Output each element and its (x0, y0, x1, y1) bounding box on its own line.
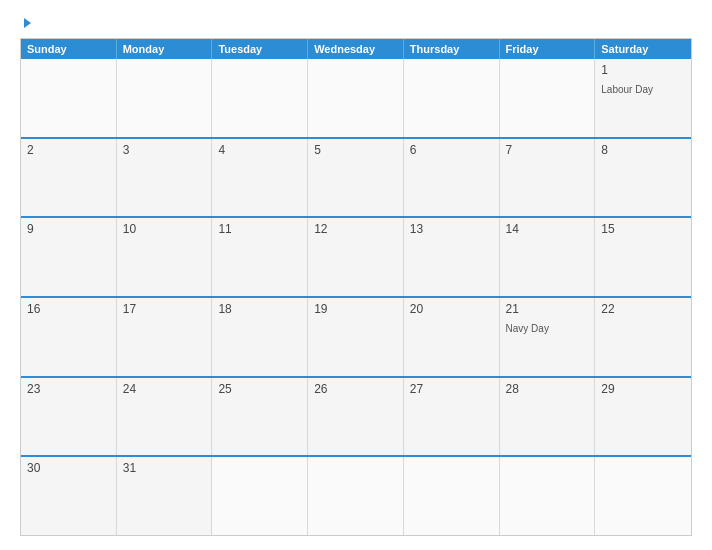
day-number: 6 (410, 143, 493, 157)
day-number: 10 (123, 222, 206, 236)
calendar-cell: 2 (21, 139, 117, 217)
day-number: 14 (506, 222, 589, 236)
day-number: 30 (27, 461, 110, 475)
calendar-cell: 14 (500, 218, 596, 296)
day-number: 17 (123, 302, 206, 316)
calendar-cell (212, 59, 308, 137)
header-cell-sunday: Sunday (21, 39, 117, 59)
day-number: 27 (410, 382, 493, 396)
calendar-cell: 30 (21, 457, 117, 535)
calendar-cell: 9 (21, 218, 117, 296)
calendar-week-1: 2345678 (21, 137, 691, 217)
day-number: 22 (601, 302, 685, 316)
calendar-cell: 5 (308, 139, 404, 217)
day-number: 1 (601, 63, 685, 77)
logo-blue-text (20, 18, 31, 28)
day-number: 24 (123, 382, 206, 396)
calendar-cell (212, 457, 308, 535)
header-cell-thursday: Thursday (404, 39, 500, 59)
day-number: 29 (601, 382, 685, 396)
calendar-cell: 8 (595, 139, 691, 217)
calendar-cell (404, 59, 500, 137)
header-cell-saturday: Saturday (595, 39, 691, 59)
day-number: 19 (314, 302, 397, 316)
calendar-cell (308, 59, 404, 137)
day-number: 26 (314, 382, 397, 396)
calendar-cell: 1Labour Day (595, 59, 691, 137)
header-cell-monday: Monday (117, 39, 213, 59)
day-number: 12 (314, 222, 397, 236)
day-number: 15 (601, 222, 685, 236)
day-number: 25 (218, 382, 301, 396)
calendar-cell: 6 (404, 139, 500, 217)
day-number: 21 (506, 302, 589, 316)
calendar-cell: 4 (212, 139, 308, 217)
calendar-cell (500, 457, 596, 535)
day-number: 18 (218, 302, 301, 316)
calendar-cell: 23 (21, 378, 117, 456)
calendar-cell: 29 (595, 378, 691, 456)
day-number: 4 (218, 143, 301, 157)
calendar-cell: 3 (117, 139, 213, 217)
calendar-cell: 20 (404, 298, 500, 376)
calendar-body: 1Labour Day23456789101112131415161718192… (21, 59, 691, 535)
calendar-week-5: 3031 (21, 455, 691, 535)
header-cell-tuesday: Tuesday (212, 39, 308, 59)
day-number: 16 (27, 302, 110, 316)
calendar-cell (117, 59, 213, 137)
day-number: 9 (27, 222, 110, 236)
calendar-cell (500, 59, 596, 137)
calendar-cell: 16 (21, 298, 117, 376)
calendar-header-row: SundayMondayTuesdayWednesdayThursdayFrid… (21, 39, 691, 59)
day-number: 31 (123, 461, 206, 475)
calendar-cell: 22 (595, 298, 691, 376)
holiday-label: Navy Day (506, 323, 549, 334)
calendar-cell: 13 (404, 218, 500, 296)
calendar-cell (595, 457, 691, 535)
header (20, 18, 692, 28)
calendar-week-2: 9101112131415 (21, 216, 691, 296)
day-number: 2 (27, 143, 110, 157)
day-number: 28 (506, 382, 589, 396)
calendar-cell: 17 (117, 298, 213, 376)
calendar-cell: 10 (117, 218, 213, 296)
calendar-cell (308, 457, 404, 535)
day-number: 23 (27, 382, 110, 396)
header-cell-friday: Friday (500, 39, 596, 59)
calendar-cell: 28 (500, 378, 596, 456)
calendar-cell: 21Navy Day (500, 298, 596, 376)
calendar-cell: 11 (212, 218, 308, 296)
calendar-grid: SundayMondayTuesdayWednesdayThursdayFrid… (20, 38, 692, 536)
day-number: 13 (410, 222, 493, 236)
calendar-cell: 18 (212, 298, 308, 376)
day-number: 11 (218, 222, 301, 236)
day-number: 5 (314, 143, 397, 157)
calendar-cell (404, 457, 500, 535)
day-number: 8 (601, 143, 685, 157)
calendar-week-4: 23242526272829 (21, 376, 691, 456)
calendar-cell: 15 (595, 218, 691, 296)
header-cell-wednesday: Wednesday (308, 39, 404, 59)
calendar-cell: 7 (500, 139, 596, 217)
day-number: 3 (123, 143, 206, 157)
day-number: 20 (410, 302, 493, 316)
calendar-cell: 12 (308, 218, 404, 296)
calendar-page: SundayMondayTuesdayWednesdayThursdayFrid… (0, 0, 712, 550)
calendar-cell: 25 (212, 378, 308, 456)
logo (20, 18, 31, 28)
calendar-week-0: 1Labour Day (21, 59, 691, 137)
calendar-cell (21, 59, 117, 137)
calendar-cell: 27 (404, 378, 500, 456)
calendar-week-3: 161718192021Navy Day22 (21, 296, 691, 376)
day-number: 7 (506, 143, 589, 157)
calendar-cell: 31 (117, 457, 213, 535)
calendar-cell: 19 (308, 298, 404, 376)
holiday-label: Labour Day (601, 84, 653, 95)
calendar-cell: 24 (117, 378, 213, 456)
calendar-cell: 26 (308, 378, 404, 456)
logo-triangle-icon (24, 18, 31, 28)
